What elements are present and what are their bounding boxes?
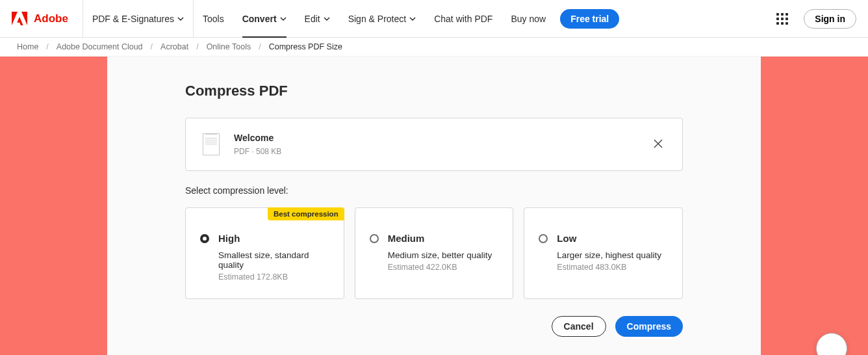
nav-buy-now[interactable]: Buy now <box>502 0 555 37</box>
breadcrumb-acrobat[interactable]: Acrobat <box>160 42 188 51</box>
actions-row: Cancel Compress <box>185 316 683 337</box>
option-title: High <box>218 233 329 244</box>
radio-high[interactable] <box>200 234 209 243</box>
page-title: Compress PDF <box>185 83 683 99</box>
compress-button[interactable]: Compress <box>615 316 683 337</box>
option-title: Medium <box>388 233 499 244</box>
cancel-button[interactable]: Cancel <box>552 316 606 337</box>
nav-label: Sign & Protect <box>348 14 407 24</box>
file-name: Welcome <box>234 133 637 143</box>
nav-convert[interactable]: Convert <box>233 0 296 37</box>
breadcrumb-separator: / <box>151 42 153 51</box>
nav-label: PDF & E-Signatures <box>92 14 174 24</box>
nav-sign-protect[interactable]: Sign & Protect <box>339 0 426 37</box>
breadcrumb-separator: / <box>259 42 261 51</box>
breadcrumb-doc-cloud[interactable]: Adobe Document Cloud <box>57 42 143 51</box>
option-title: Low <box>557 233 668 244</box>
breadcrumb-current: Compress PDF Size <box>269 42 342 51</box>
brand-name: Adobe <box>34 12 68 25</box>
section-label: Select compression level: <box>185 185 683 196</box>
file-info: Welcome PDF · 508 KB <box>234 133 637 156</box>
breadcrumb-separator: / <box>46 42 48 51</box>
nav-items: PDF & E-Signatures Tools Convert Edit Si… <box>83 0 619 37</box>
nav-pdf-esignatures[interactable]: PDF & E-Signatures <box>83 0 194 37</box>
adobe-logo-icon <box>12 12 27 25</box>
top-nav: Adobe PDF & E-Signatures Tools Convert E… <box>0 0 868 38</box>
breadcrumb-separator: / <box>196 42 198 51</box>
apps-grid-icon[interactable] <box>772 9 792 29</box>
file-thumbnail-icon <box>203 133 220 155</box>
chevron-down-icon <box>409 16 416 22</box>
free-trial-button[interactable]: Free trial <box>560 9 619 29</box>
nav-label: Convert <box>242 14 277 24</box>
option-estimated: Estimated 422.0KB <box>388 263 499 272</box>
chevron-down-icon <box>280 16 287 22</box>
best-compression-badge: Best compression <box>268 207 344 220</box>
breadcrumb-online-tools[interactable]: Online Tools <box>207 42 251 51</box>
chevron-down-icon <box>177 16 184 22</box>
nav-label: Chat with PDF <box>434 14 492 24</box>
radio-low[interactable] <box>539 234 548 243</box>
sign-in-button[interactable]: Sign in <box>804 9 856 29</box>
nav-label: Buy now <box>511 14 546 24</box>
compression-options: Best compression High Smallest size, sta… <box>185 207 683 299</box>
chevron-down-icon <box>324 16 330 22</box>
option-desc: Smallest size, standard quality <box>218 250 329 270</box>
option-desc: Larger size, highest quality <box>557 250 668 260</box>
nav-tools[interactable]: Tools <box>194 0 233 37</box>
nav-label: Tools <box>203 14 224 24</box>
close-icon <box>654 139 663 148</box>
nav-chat-pdf[interactable]: Chat with PDF <box>425 0 502 37</box>
radio-medium[interactable] <box>370 234 379 243</box>
option-desc: Medium size, better quality <box>388 250 499 260</box>
nav-label: Edit <box>305 14 320 24</box>
page-background: Compress PDF Welcome PDF · 508 KB Select… <box>0 57 868 355</box>
adobe-logo-group[interactable]: Adobe <box>12 0 83 37</box>
content-panel: Compress PDF Welcome PDF · 508 KB Select… <box>107 57 761 355</box>
option-estimated: Estimated 483.0KB <box>557 263 668 272</box>
breadcrumb: Home / Adobe Document Cloud / Acrobat / … <box>0 38 868 57</box>
option-estimated: Estimated 172.8KB <box>218 272 329 282</box>
file-card: Welcome PDF · 508 KB <box>185 118 683 171</box>
file-meta: PDF · 508 KB <box>234 147 637 156</box>
option-medium[interactable]: Medium Medium size, better quality Estim… <box>355 207 514 299</box>
option-low[interactable]: Low Larger size, highest quality Estimat… <box>524 207 683 299</box>
breadcrumb-home[interactable]: Home <box>17 42 38 51</box>
option-high[interactable]: Best compression High Smallest size, sta… <box>185 207 344 299</box>
nav-edit[interactable]: Edit <box>296 0 339 37</box>
remove-file-button[interactable] <box>651 137 665 153</box>
